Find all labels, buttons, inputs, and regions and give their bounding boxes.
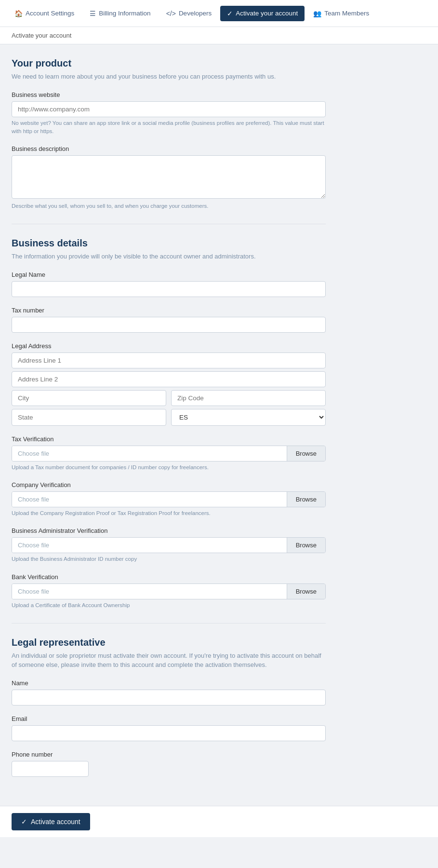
admin-verification-upload: Choose file Browse: [12, 537, 326, 553]
legal-rep-email-group: Email: [12, 715, 326, 741]
legal-rep-email-input[interactable]: [12, 725, 326, 741]
business-details-title: Business details: [12, 238, 326, 249]
state-country-row: ES US GB FR DE: [12, 409, 326, 426]
bank-verification-upload: Choose file Browse: [12, 583, 326, 599]
bank-verification-group: Bank Verification Choose file Browse Upl…: [12, 573, 326, 610]
company-verification-group: Company Verification Choose file Browse …: [12, 481, 326, 517]
address-line2-input[interactable]: [12, 371, 326, 387]
divider-2: [12, 623, 326, 624]
business-description-label: Business description: [12, 145, 326, 152]
company-verification-upload: Choose file Browse: [12, 491, 326, 507]
code-icon: </>: [166, 10, 176, 17]
business-description-group: Business description Describe what you s…: [12, 145, 326, 210]
nav-billing-information[interactable]: ☰ Billing Information: [83, 6, 157, 21]
tax-number-label: Tax number: [12, 307, 326, 314]
legal-rep-email-label: Email: [12, 715, 326, 722]
admin-verification-label: Business Administrator Verification: [12, 527, 326, 534]
state-input[interactable]: [12, 409, 166, 426]
billing-icon: ☰: [90, 10, 96, 17]
bank-verification-browse-btn[interactable]: Browse: [287, 584, 325, 599]
company-verification-filename: Choose file: [12, 492, 287, 507]
legal-rep-title: Legal representative: [12, 637, 326, 648]
admin-verification-group: Business Administrator Verification Choo…: [12, 527, 326, 563]
main-content: Your product We need to learn more about…: [0, 44, 337, 806]
navigation: 🏠 Account Settings ☰ Billing Information…: [0, 0, 438, 27]
zip-input[interactable]: [171, 390, 326, 406]
tax-verification-filename: Choose file: [12, 446, 287, 461]
admin-verification-browse-btn[interactable]: Browse: [287, 538, 325, 553]
product-section-title: Your product: [12, 58, 326, 69]
tax-verification-browse-btn[interactable]: Browse: [287, 446, 325, 461]
tax-verification-upload: Choose file Browse: [12, 446, 326, 461]
company-verification-browse-btn[interactable]: Browse: [287, 492, 325, 507]
city-zip-row: [12, 390, 326, 406]
legal-name-label: Legal Name: [12, 271, 326, 278]
legal-address-group: Legal Address ES US GB FR DE: [12, 342, 326, 426]
home-icon: 🏠: [14, 10, 23, 17]
legal-rep-name-group: Name: [12, 679, 326, 705]
address-line1-input[interactable]: [12, 353, 326, 368]
tax-verification-hint: Upload a Tax number document for compani…: [12, 463, 326, 472]
legal-representative-section: Legal representative An individual or so…: [12, 637, 326, 777]
nav-activate-account[interactable]: ✓ Activate your account: [220, 6, 305, 21]
admin-verification-hint: Upload the Business Administrator ID num…: [12, 555, 326, 563]
legal-name-group: Legal Name: [12, 271, 326, 297]
legal-rep-subtitle: An individual or sole proprietor must ac…: [12, 651, 326, 670]
tax-number-input[interactable]: [12, 317, 326, 333]
business-details-section: Business details The information you pro…: [12, 238, 326, 610]
tax-verification-label: Tax Verification: [12, 435, 326, 443]
legal-name-input[interactable]: [12, 281, 326, 297]
company-verification-hint: Upload the Company Registration Proof or…: [12, 509, 326, 517]
business-website-input[interactable]: [12, 101, 326, 117]
bank-verification-filename: Choose file: [12, 584, 287, 599]
bottom-bar: ✓ Activate account: [0, 806, 438, 837]
company-verification-label: Company Verification: [12, 481, 326, 488]
legal-rep-phone-group: Phone number: [12, 751, 326, 777]
nav-account-settings[interactable]: 🏠 Account Settings: [8, 6, 81, 21]
admin-verification-filename: Choose file: [12, 538, 287, 553]
legal-rep-name-label: Name: [12, 679, 326, 687]
activate-account-button[interactable]: ✓ Activate account: [12, 813, 90, 830]
business-website-group: Business website No website yet? You can…: [12, 91, 326, 136]
nav-team-members[interactable]: 👥 Team Members: [306, 6, 376, 21]
activate-check-icon: ✓: [21, 818, 27, 826]
bank-verification-hint: Upload a Certificate of Bank Account Own…: [12, 601, 326, 610]
legal-address-label: Legal Address: [12, 342, 326, 350]
nav-developers[interactable]: </> Developers: [159, 6, 219, 21]
breadcrumb: Activate your account: [0, 27, 438, 44]
team-icon: 👥: [313, 10, 321, 17]
tax-number-group: Tax number: [12, 307, 326, 333]
country-select[interactable]: ES US GB FR DE: [171, 409, 326, 426]
tax-verification-group: Tax Verification Choose file Browse Uplo…: [12, 435, 326, 472]
legal-rep-phone-input[interactable]: [12, 761, 89, 777]
legal-rep-name-input[interactable]: [12, 690, 326, 705]
business-description-hint: Describe what you sell, whom you sell to…: [12, 202, 326, 210]
business-description-input[interactable]: [12, 155, 326, 199]
bank-verification-label: Bank Verification: [12, 573, 326, 581]
city-input[interactable]: [12, 390, 166, 406]
business-website-hint: No website yet? You can share an app sto…: [12, 119, 326, 136]
divider-1: [12, 224, 326, 224]
product-section-subtitle: We need to learn more about you and your…: [12, 72, 326, 81]
business-details-subtitle: The information you provide will only be…: [12, 252, 326, 261]
business-website-label: Business website: [12, 91, 326, 98]
legal-rep-phone-label: Phone number: [12, 751, 326, 758]
product-section: Your product We need to learn more about…: [12, 58, 326, 210]
check-icon: ✓: [227, 10, 233, 17]
